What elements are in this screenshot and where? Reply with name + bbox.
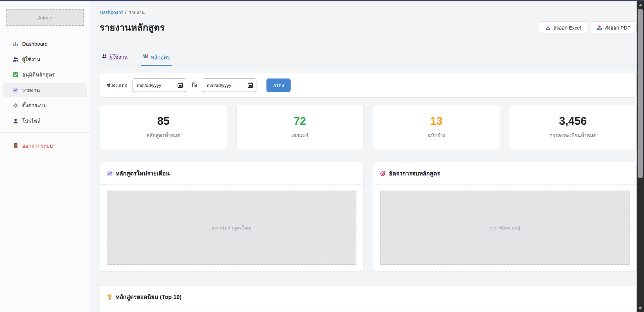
calendar-icon[interactable]: [177, 82, 183, 88]
export-excel-button[interactable]: ส่งออก Excel: [539, 21, 587, 34]
tab-bar: ผู้ใช้งาน หลักสูตร: [100, 52, 637, 65]
sidebar-item-label: อนุมัติหลักสูตร: [22, 70, 55, 79]
top-courses-header: หลักสูตรยอดนิยม (Top 10): [100, 285, 636, 308]
breadcrumb-separator: /: [125, 10, 127, 15]
target-icon: [380, 170, 386, 176]
sidebar-item-label: Dashboard: [22, 41, 48, 47]
stat-card-total-courses: 85 หลักสูตรทั้งหมด: [100, 105, 227, 150]
sidebar-nav: Dashboard ผู้ใช้งาน อนุมัติหลักสูตร รายง…: [0, 37, 90, 128]
sidebar-item-course-approval[interactable]: อนุมัติหลักสูตร: [3, 68, 87, 82]
stat-card-total-enrollments: 3,456 การลงทะเบียนทั้งหมด: [509, 105, 637, 150]
stat-value: 3,456: [559, 115, 587, 127]
person-icon: [13, 118, 18, 124]
chart-card-body: [กราฟอัตราจบ]: [373, 185, 636, 271]
line-chart-icon: [13, 87, 18, 93]
scrollbar-thumb[interactable]: [638, 9, 643, 178]
chart-placeholder: [กราฟหลักสูตรใหม่]: [107, 191, 356, 265]
sidebar-item-label: ผู้ใช้งาน: [22, 55, 40, 63]
logo-text: Admin: [38, 15, 52, 20]
books-icon: [143, 53, 148, 59]
stat-value: 13: [430, 115, 443, 127]
users-icon: [102, 53, 107, 59]
page-title: รายงานหลักสูตร: [100, 20, 165, 35]
app-container: Admin Dashboard ผู้ใช้งาน อนุมัติหลักสูต…: [0, 0, 644, 312]
chart-title: อัตราการจบหลักสูตร: [389, 169, 440, 178]
main-content: Dashboard / รายงาน รายงานหลักสูตร ส่งออก…: [90, 1, 644, 312]
chart-placeholder-text: [กราฟอัตราจบ]: [489, 224, 520, 231]
completion-rate-chart-card: อัตราการจบหลักสูตร [กราฟอัตราจบ]: [373, 162, 637, 272]
stat-label: หลักสูตรทั้งหมด: [146, 132, 181, 140]
browser-top-bar: [0, 0, 644, 1]
date-filter-card: ช่วงเวลา: ถึง กรอง: [100, 73, 637, 98]
stat-card-drafts: 13 ฉบับร่าง: [373, 105, 500, 150]
chart-card-body: [กราฟหลักสูตรใหม่]: [100, 185, 363, 271]
stat-value: 72: [294, 115, 306, 127]
check-icon: [13, 72, 18, 77]
date-from-wrapper: [133, 79, 186, 92]
export-pdf-label: ส่งออก PDF: [605, 24, 630, 32]
sidebar-item-reports[interactable]: รายงาน: [3, 83, 87, 97]
logout-label: ออกจากระบบ: [22, 142, 53, 150]
chart-card-header: อัตราการจบหลักสูตร: [373, 162, 636, 185]
filter-submit-button[interactable]: กรอง: [266, 79, 291, 92]
active-tab-indicator: [141, 65, 172, 66]
bar-chart-icon: [13, 41, 18, 47]
tab-courses-label: หลักสูตร: [151, 53, 170, 61]
gear-icon: [13, 103, 18, 108]
stats-row: 85 หลักสูตรทั้งหมด 72 เผยแพร่ 13 ฉบับร่า…: [100, 105, 637, 150]
breadcrumb: Dashboard / รายงาน: [100, 9, 637, 16]
top-courses-body: [100, 308, 636, 312]
filter-label: ช่วงเวลา:: [107, 81, 127, 89]
sidebar-item-label: โปรไฟล์: [22, 117, 41, 125]
page-header: รายงานหลักสูตร ส่งออก Excel ส่งออก PDF: [100, 20, 637, 35]
chart-placeholder: [กราฟอัตราจบ]: [380, 191, 630, 265]
chart-card-header: หลักสูตรใหม่รายเดือน: [100, 162, 363, 185]
sidebar-item-system-settings[interactable]: ตั้งค่าระบบ: [3, 99, 87, 112]
stat-label: ฉบับร่าง: [428, 132, 445, 140]
stat-label: การลงทะเบียนทั้งหมด: [549, 132, 596, 140]
scroll-down-arrow-icon[interactable]: [638, 307, 642, 310]
trophy-icon: [107, 294, 113, 300]
sidebar-item-users[interactable]: ผู้ใช้งาน: [3, 52, 87, 66]
calendar-icon[interactable]: [247, 82, 253, 88]
charts-row: หลักสูตรใหม่รายเดือน [กราฟหลักสูตรใหม่] …: [100, 162, 637, 272]
stat-card-published: 72 เผยแพร่: [236, 105, 364, 150]
line-chart-icon: [107, 170, 113, 176]
export-icon: [545, 25, 551, 31]
export-pdf-button[interactable]: ส่งออก PDF: [591, 21, 637, 34]
export-icon: [597, 25, 602, 31]
logout-link[interactable]: ออกจากระบบ: [3, 142, 87, 150]
stat-label: เผยแพร่: [291, 132, 308, 140]
sidebar-item-label: ตั้งค่าระบบ: [22, 101, 47, 110]
sidebar-divider: [0, 133, 90, 133]
chart-title: หลักสูตรใหม่รายเดือน: [116, 169, 170, 178]
tab-users[interactable]: ผู้ใช้งาน: [100, 52, 130, 65]
logo-placeholder: Admin: [6, 9, 84, 26]
tab-users-label: ผู้ใช้งาน: [109, 53, 128, 61]
stat-value: 85: [157, 115, 170, 127]
sidebar-item-profile[interactable]: โปรไฟล์: [3, 114, 87, 128]
sidebar-item-label: รายงาน: [22, 86, 40, 94]
export-excel-label: ส่งออก Excel: [553, 24, 581, 32]
to-label: ถึง: [192, 81, 197, 89]
sidebar: Admin Dashboard ผู้ใช้งาน อนุมัติหลักสูต…: [0, 1, 90, 312]
breadcrumb-current: รายงาน: [129, 9, 145, 16]
tab-courses-active[interactable]: หลักสูตร: [141, 52, 172, 65]
breadcrumb-dashboard-link[interactable]: Dashboard: [100, 10, 123, 15]
chart-placeholder-text: [กราฟหลักสูตรใหม่]: [212, 224, 251, 231]
export-buttons: ส่งออก Excel ส่งออก PDF: [539, 21, 637, 34]
new-courses-chart-card: หลักสูตรใหม่รายเดือน [กราฟหลักสูตรใหม่]: [100, 162, 363, 272]
door-icon: [13, 143, 18, 149]
sidebar-item-dashboard[interactable]: Dashboard: [3, 37, 87, 51]
vertical-scrollbar[interactable]: [637, 1, 644, 312]
users-icon: [13, 56, 18, 62]
date-to-wrapper: [203, 79, 256, 92]
top-courses-title: หลักสูตรยอดนิยม (Top 10): [116, 292, 182, 301]
scroll-up-arrow-icon[interactable]: [638, 4, 642, 6]
top-courses-card: หลักสูตรยอดนิยม (Top 10): [100, 285, 637, 312]
